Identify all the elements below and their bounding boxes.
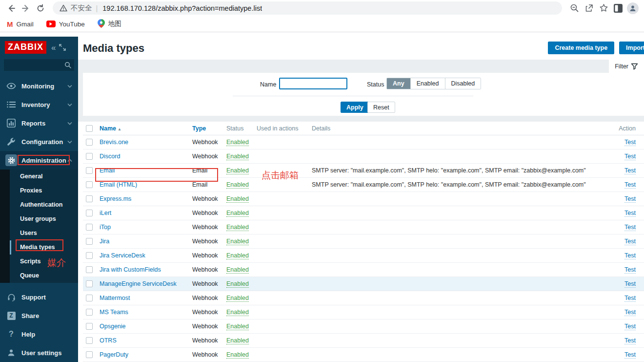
side-panel-icon[interactable] xyxy=(611,1,625,15)
back-icon[interactable] xyxy=(4,1,19,15)
status-enabled-link[interactable]: Enabled xyxy=(226,139,249,146)
profile-avatar[interactable] xyxy=(625,1,640,15)
media-type-name-link[interactable]: Opsgenie xyxy=(100,323,126,330)
media-type-name-link[interactable]: Mattermost xyxy=(100,295,130,301)
row-checkbox[interactable] xyxy=(86,295,93,301)
forward-icon[interactable] xyxy=(19,1,33,15)
test-link[interactable]: Test xyxy=(624,295,636,302)
submenu-item-scripts[interactable]: Scripts xyxy=(10,255,78,269)
test-link[interactable]: Test xyxy=(624,280,636,288)
apply-button[interactable]: Apply xyxy=(341,102,369,113)
media-type-name-link[interactable]: PagerDuty xyxy=(100,351,128,358)
test-link[interactable]: Test xyxy=(624,309,636,316)
bookmark-gmail[interactable]: M Gmail xyxy=(7,20,34,28)
sidebar-item-support[interactable]: Support xyxy=(0,288,78,306)
media-type-name-link[interactable]: Jira ServiceDesk xyxy=(100,252,145,259)
test-link[interactable]: Test xyxy=(624,181,636,189)
submenu-item-user-groups[interactable]: User groups xyxy=(10,212,78,226)
expand-fullscreen-icon[interactable] xyxy=(59,44,66,51)
media-type-name-link[interactable]: Brevis.one xyxy=(100,139,128,146)
test-link[interactable]: Test xyxy=(624,153,636,160)
row-checkbox[interactable] xyxy=(86,252,93,259)
sidebar-item-reports[interactable]: Reports xyxy=(0,114,78,132)
submenu-item-users[interactable]: Users xyxy=(10,226,78,240)
url-text[interactable]: 192.168.170.128/zabbix.php?action=mediat… xyxy=(102,4,262,12)
status-enabled-link[interactable]: Enabled xyxy=(226,195,249,203)
row-checkbox[interactable] xyxy=(86,323,93,330)
media-type-name-link[interactable]: MS Teams xyxy=(100,309,128,316)
test-link[interactable]: Test xyxy=(624,224,636,231)
submenu-item-queue[interactable]: Queue xyxy=(10,269,78,283)
filter-tab[interactable]: Filter xyxy=(609,60,644,73)
test-link[interactable]: Test xyxy=(624,238,636,245)
bookmark-star-icon[interactable] xyxy=(596,1,611,15)
test-link[interactable]: Test xyxy=(624,139,636,146)
media-type-name-link[interactable]: Jira xyxy=(100,238,109,245)
status-enabled-link[interactable]: Enabled xyxy=(226,266,249,274)
status-option-enabled[interactable]: Enabled xyxy=(410,78,445,89)
status-enabled-link[interactable]: Enabled xyxy=(226,181,249,189)
submenu-item-authentication[interactable]: Authentication xyxy=(10,198,78,212)
media-type-name-link[interactable]: iLert xyxy=(100,210,111,216)
row-checkbox[interactable] xyxy=(86,266,93,273)
row-checkbox[interactable] xyxy=(86,309,93,316)
test-link[interactable]: Test xyxy=(624,337,636,344)
media-type-name-link[interactable]: Email xyxy=(100,167,115,174)
row-checkbox[interactable] xyxy=(86,238,93,245)
status-enabled-link[interactable]: Enabled xyxy=(226,280,249,288)
row-checkbox[interactable] xyxy=(86,280,93,287)
row-checkbox[interactable] xyxy=(86,210,93,216)
bookmark--[interactable]: 地图 xyxy=(98,19,121,29)
sidebar-item-configuration[interactable]: Configuration xyxy=(0,132,78,151)
status-enabled-link[interactable]: Enabled xyxy=(226,309,249,316)
reset-button[interactable]: Reset xyxy=(367,102,395,113)
sidebar-search-input[interactable] xyxy=(4,59,74,71)
column-header-name[interactable]: Name▲ xyxy=(96,125,188,132)
reload-icon[interactable] xyxy=(33,1,48,15)
sidebar-item-share[interactable]: Z Share xyxy=(0,306,78,325)
zoom-out-icon[interactable] xyxy=(567,1,582,15)
sidebar-item-user-settings[interactable]: User settings xyxy=(0,343,78,362)
share-icon[interactable] xyxy=(582,1,596,15)
media-type-name-link[interactable]: OTRS xyxy=(100,337,117,344)
column-header-type[interactable]: Type xyxy=(188,125,222,132)
bookmark-youtube[interactable]: YouTube xyxy=(46,21,85,28)
sidebar-item-inventory[interactable]: Inventory xyxy=(0,95,78,114)
status-enabled-link[interactable]: Enabled xyxy=(226,224,249,231)
status-option-disabled[interactable]: Disabled xyxy=(445,78,481,89)
media-type-name-link[interactable]: Discord xyxy=(100,153,120,160)
status-enabled-link[interactable]: Enabled xyxy=(226,351,249,359)
select-all-checkbox[interactable] xyxy=(86,125,93,132)
row-checkbox[interactable] xyxy=(86,195,93,202)
address-bar[interactable]: 不安全 | 192.168.170.128/zabbix.php?action=… xyxy=(53,1,562,15)
media-type-name-link[interactable]: Email (HTML) xyxy=(100,181,137,188)
row-checkbox[interactable] xyxy=(86,181,93,188)
test-link[interactable]: Test xyxy=(624,266,636,274)
row-checkbox[interactable] xyxy=(86,351,93,358)
row-checkbox[interactable] xyxy=(86,139,93,146)
media-type-name-link[interactable]: iTop xyxy=(100,224,111,231)
test-link[interactable]: Test xyxy=(624,351,636,359)
test-link[interactable]: Test xyxy=(624,323,636,330)
zabbix-logo[interactable]: ZABBIX xyxy=(5,41,46,54)
row-checkbox[interactable] xyxy=(86,167,93,174)
submenu-item-general[interactable]: General xyxy=(10,170,78,184)
submenu-item-media-types[interactable]: Media types xyxy=(10,240,78,255)
status-enabled-link[interactable]: Enabled xyxy=(226,167,249,174)
create-media-type-button[interactable]: Create media type xyxy=(548,42,614,54)
warning-triangle-icon[interactable] xyxy=(60,4,67,12)
status-enabled-link[interactable]: Enabled xyxy=(226,295,249,302)
import-button[interactable]: Import xyxy=(619,42,644,54)
row-checkbox[interactable] xyxy=(86,337,93,344)
status-enabled-link[interactable]: Enabled xyxy=(226,210,249,217)
status-enabled-link[interactable]: Enabled xyxy=(226,252,249,259)
sidebar-item-administration[interactable]: Administration xyxy=(0,151,78,170)
row-checkbox[interactable] xyxy=(86,224,93,231)
media-type-name-link[interactable]: Jira with CustomFields xyxy=(100,266,161,273)
sidebar-item-help[interactable]: ? Help xyxy=(0,325,78,343)
media-type-name-link[interactable]: Express.ms xyxy=(100,195,131,202)
test-link[interactable]: Test xyxy=(624,252,636,259)
test-link[interactable]: Test xyxy=(624,167,636,174)
test-link[interactable]: Test xyxy=(624,210,636,217)
filter-name-input[interactable] xyxy=(279,78,347,89)
